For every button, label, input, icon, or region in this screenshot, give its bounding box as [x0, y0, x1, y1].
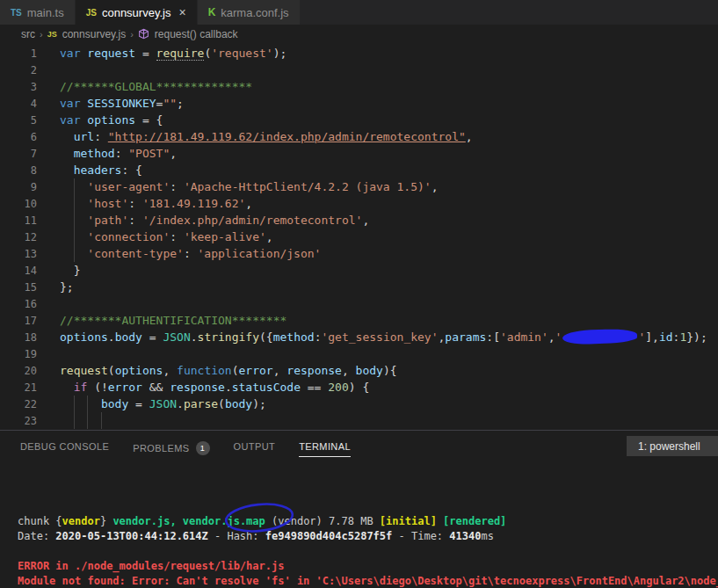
breadcrumb: src › JS connsurvey.js › request() callb… — [0, 25, 718, 43]
line-number: 14 — [0, 263, 37, 279]
code-line: 20request(options, function(error, respo… — [0, 362, 718, 379]
line-number: 21 — [0, 380, 37, 396]
chevron-right-icon: › — [130, 29, 134, 40]
code-line: 10 'host': '181.49.119.62', — [0, 195, 718, 212]
panel-tab-label: DEBUG CONSOLE — [20, 441, 109, 452]
tab-connsurvey-js[interactable]: JS connsurvey.js × — [76, 0, 198, 25]
breadcrumb-symbol[interactable]: request() callback — [155, 28, 238, 40]
typescript-file-icon: TS — [11, 8, 22, 18]
code-line: 18options.body = JSON.stringify({method:… — [0, 329, 718, 345]
code-line: 4var SESSIONKEY=""; — [0, 95, 718, 112]
problems-count-badge: 1 — [196, 441, 210, 455]
redaction-scribble — [562, 329, 638, 345]
breadcrumb-src[interactable]: src — [21, 28, 35, 40]
tab-label: main.ts — [27, 6, 64, 19]
line-number: 1 — [0, 46, 37, 62]
line-number: 11 — [0, 213, 37, 229]
line-number: 23 — [0, 413, 37, 430]
tab-output[interactable]: OUTPUT — [234, 431, 276, 457]
panel-tab-label: PROBLEMS — [133, 443, 189, 454]
panel-tab-bar: DEBUG CONSOLE PROBLEMS 1 OUTPUT TERMINAL… — [0, 431, 718, 462]
line-number: 10 — [0, 196, 37, 213]
line-number: 9 — [0, 179, 37, 196]
line-number: 7 — [0, 146, 37, 163]
code-line: 8 headers: { — [0, 162, 718, 178]
line-number: 8 — [0, 163, 37, 179]
javascript-file-icon: JS — [47, 30, 57, 39]
code-line: 14 } — [0, 262, 718, 279]
code-line: 12 'connection': 'keep-alive', — [0, 229, 718, 245]
tab-main-ts[interactable]: TS main.ts — [0, 0, 76, 25]
line-number: 13 — [0, 246, 37, 263]
terminal-line — [18, 544, 718, 559]
terminal-output[interactable]: chunk {vendor} vendor.js, vendor.js.map … — [0, 462, 718, 588]
line-number: 6 — [0, 129, 37, 146]
close-icon[interactable]: × — [178, 6, 185, 18]
tab-problems[interactable]: PROBLEMS 1 — [133, 431, 209, 461]
code-line: 1var request = require('request'); — [0, 45, 718, 62]
code-line: 5var options = { — [0, 112, 718, 128]
line-number: 5 — [0, 113, 37, 129]
code-line: 23 — [0, 412, 718, 429]
indent-guide — [74, 178, 75, 195]
line-number: 17 — [0, 313, 37, 330]
line-number: 16 — [0, 296, 37, 313]
panel-tab-label: TERMINAL — [299, 441, 351, 452]
line-number: 15 — [0, 279, 37, 296]
editor-tab-bar: TS main.ts JS connsurvey.js × K karma.co… — [0, 0, 718, 25]
code-line: 9 'user-agent': 'Apache-HttpClient/4.2.2… — [0, 178, 718, 195]
code-line: 22 body = JSON.parse(body); — [0, 396, 718, 412]
terminal-selector-label: 1: powershell — [638, 440, 700, 453]
indent-guide — [74, 245, 75, 262]
tab-karma-conf-js[interactable]: K karma.conf.js — [198, 0, 301, 25]
javascript-file-icon: JS — [86, 8, 97, 18]
tab-debug-console[interactable]: DEBUG CONSOLE — [20, 431, 109, 457]
tab-terminal[interactable]: TERMINAL — [299, 431, 351, 457]
code-line: 13 'content-type': 'application/json' — [0, 245, 718, 262]
indent-guide — [74, 212, 75, 229]
code-line: 7 method: "POST", — [0, 145, 718, 162]
code-line: 16 — [0, 295, 718, 312]
code-line: 11 'path': '/index.php/admin/remotecontr… — [0, 212, 718, 229]
karma-file-icon: K — [208, 6, 216, 18]
code-line: 19 — [0, 345, 718, 362]
symbol-method-icon — [138, 28, 149, 40]
code-line: 2 — [0, 62, 718, 78]
terminal-line: ERROR in ./node_modules/request/lib/har.… — [18, 559, 718, 574]
terminal-line: Module not found: Error: Can't resolve '… — [18, 574, 718, 588]
code-line: 21 if (!error && response.statusCode == … — [0, 379, 718, 396]
indent-guide — [74, 396, 75, 412]
terminal-selector-dropdown[interactable]: 1: powershell — [627, 436, 718, 456]
line-number: 2 — [0, 62, 37, 79]
code-line: 6 url: "http://181.49.119.62/index.php/a… — [0, 128, 718, 145]
line-number: 4 — [0, 96, 37, 113]
bottom-panel: DEBUG CONSOLE PROBLEMS 1 OUTPUT TERMINAL… — [0, 430, 718, 588]
indent-guide — [101, 412, 102, 429]
code-line: 3//******GLOBAL************** — [0, 78, 718, 95]
tab-label: karma.conf.js — [221, 6, 288, 19]
code-editor[interactable]: 1var request = require('request');2 3//*… — [0, 43, 718, 446]
line-number: 20 — [0, 363, 37, 380]
indent-guide — [74, 412, 75, 429]
breadcrumb-file[interactable]: connsurvey.js — [62, 28, 126, 40]
line-number: 3 — [0, 79, 37, 96]
indent-guide — [74, 229, 75, 245]
code-line: 15}; — [0, 279, 718, 295]
chevron-right-icon: › — [40, 29, 43, 40]
indent-guide — [87, 396, 88, 412]
line-number: 19 — [0, 346, 37, 363]
terminal-line: chunk {vendor} vendor.js, vendor.js.map … — [18, 514, 718, 529]
line-number: 22 — [0, 396, 37, 413]
indent-guide — [87, 412, 88, 429]
terminal-line: Date: 2020-05-13T00:44:12.614Z - Hash: f… — [18, 529, 718, 544]
tab-label: connsurvey.js — [102, 6, 171, 19]
line-number: 12 — [0, 229, 37, 246]
code-line: 17//*******AUTHENTIFICATION******** — [0, 312, 718, 329]
line-number: 18 — [0, 330, 37, 346]
indent-guide — [74, 195, 75, 212]
panel-tab-label: OUTPUT — [234, 441, 276, 452]
